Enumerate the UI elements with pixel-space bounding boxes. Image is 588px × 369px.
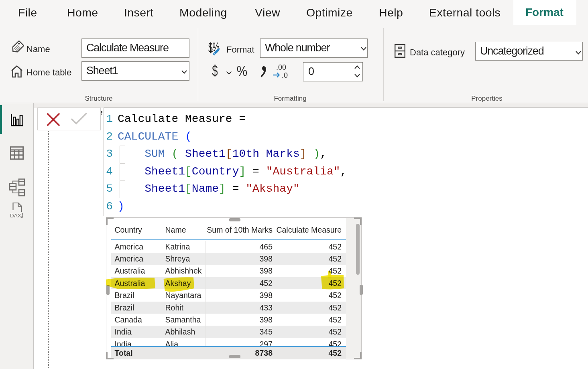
- svg-text:DAX: DAX: [10, 213, 21, 219]
- svg-text:$: $: [212, 63, 218, 79]
- svg-text:.00: .00: [276, 63, 286, 71]
- svg-text:$: $: [208, 41, 213, 55]
- svg-text:.0: .0: [282, 71, 288, 79]
- svg-text:%: %: [237, 63, 247, 79]
